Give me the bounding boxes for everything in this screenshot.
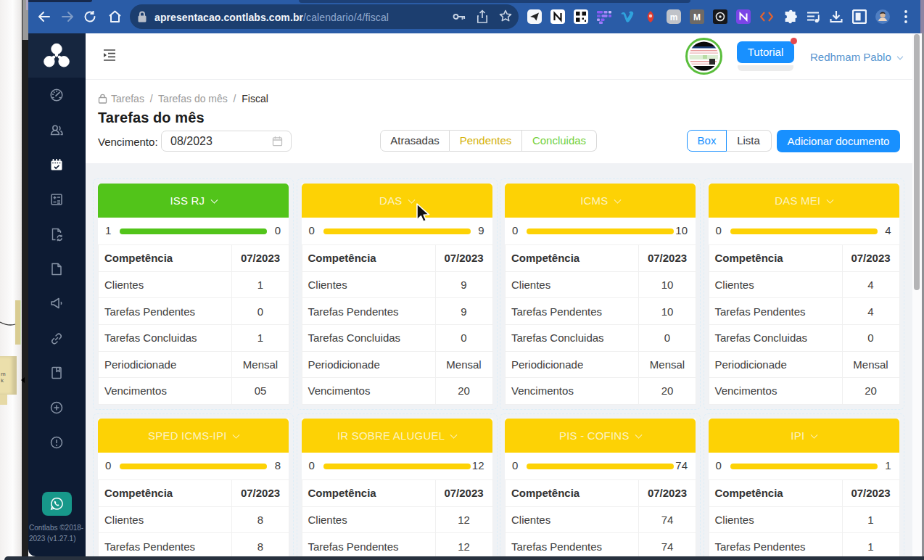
svg-text:m: m — [670, 12, 678, 22]
svg-text:M: M — [693, 12, 701, 22]
